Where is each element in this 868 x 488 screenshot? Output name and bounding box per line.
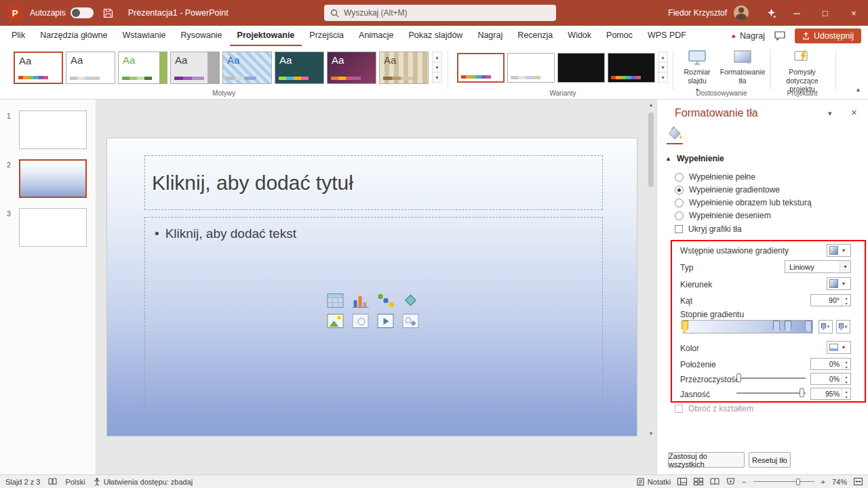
format-background-button[interactable]: Formatowanie tła [720,49,765,85]
scrollbar-thumb[interactable] [648,113,654,187]
reading-view-icon[interactable] [710,478,719,485]
theme-thumbnail-2[interactable]: Aa [66,52,115,84]
preset-gradients-dropdown[interactable]: ▾ [827,244,851,257]
tab-plik[interactable]: Plik [4,26,33,46]
fill-option-pattern[interactable]: Wypełnienie deseniem [675,211,771,220]
variants-scroll-down-icon[interactable]: ▾ [658,62,668,73]
transparency-slider[interactable] [736,373,806,382]
tab-projektowanie[interactable]: Projektowanie [230,26,302,46]
slide-thumbnail-1[interactable] [19,110,87,149]
insert-3d-model-icon[interactable] [403,293,419,308]
gradient-type-dropdown[interactable]: Liniowy ▾ [785,260,851,273]
title-placeholder[interactable]: Kliknij, aby dodać tytuł [144,155,603,210]
fill-option-solid[interactable]: Wypełnienie pełne [675,172,755,182]
add-gradient-stop-button[interactable]: + [818,320,833,333]
angle-spinner[interactable]: 90° ▴ ▾ [810,294,851,306]
brightness-slider[interactable] [736,388,806,397]
spin-down-icon[interactable]: ▾ [842,364,850,369]
theme-thumbnail-4[interactable]: Aa [170,52,220,84]
reset-background-button[interactable]: Resetuj tło [749,452,791,468]
pane-chevron-icon[interactable]: ▾ [828,109,832,118]
insert-smartart-icon[interactable] [378,293,394,308]
zoom-in-button[interactable]: + [821,478,825,486]
minimize-button[interactable]: ─ [783,0,811,26]
themes-more-icon[interactable]: ▾ [432,72,442,83]
zoom-slider[interactable] [753,478,814,486]
spin-up-icon[interactable]: ▴ [842,295,850,300]
slide-sorter-view-icon[interactable] [694,478,703,485]
comments-icon[interactable] [774,31,785,41]
tab-pokaz-slajdow[interactable]: Pokaz slajdów [401,26,470,46]
variant-thumbnail-4[interactable] [608,53,655,83]
share-button[interactable]: Udostępnij [795,28,861,43]
slider-handle[interactable] [736,373,741,382]
gradient-stop[interactable] [773,321,780,333]
zoom-level[interactable]: 74% [832,478,847,486]
spin-down-icon[interactable]: ▾ [842,394,850,399]
gradient-stop[interactable] [682,321,688,333]
scroll-down-icon[interactable]: ▾ [646,430,656,436]
fill-section-header[interactable]: ▲ Wypełnienie [665,154,724,163]
theme-thumbnail-8[interactable]: Aa [379,52,429,84]
slide-size-button[interactable]: Rozmiar slajdu ▾ [677,49,717,94]
autosave-toggle[interactable] [71,7,94,18]
theme-thumbnail-3[interactable]: Aa [118,52,167,84]
variant-thumbnail-3[interactable] [557,53,605,83]
slider-handle[interactable] [800,388,804,397]
spin-down-icon[interactable]: ▾ [842,300,850,306]
search-box[interactable] [324,5,556,21]
design-ideas-button[interactable]: Pomysły dotyczące projektu [773,49,831,94]
accessibility-status[interactable]: Ułatwienia dostępu: zbadaj [94,478,193,486]
gradient-stop[interactable] [785,321,791,333]
tab-narzedzia-glowne[interactable]: Narzędzia główne [33,26,115,46]
radio-icon[interactable] [675,173,684,182]
variants-more-icon[interactable]: ▾ [658,72,668,83]
spin-down-icon[interactable]: ▾ [842,379,850,384]
themes-scroll-down-icon[interactable]: ▾ [432,62,442,73]
maximize-button[interactable]: □ [811,0,840,26]
save-icon[interactable] [103,8,113,18]
theme-thumbnail-office[interactable]: Aa [14,52,63,84]
theme-thumbnail-5[interactable]: Aa [222,52,272,84]
fill-bucket-icon[interactable] [667,125,683,144]
user-name[interactable]: Fiedor Krzysztof [668,8,727,18]
gradient-stop[interactable] [805,321,812,333]
whats-new-icon[interactable] [760,0,783,26]
theme-thumbnail-6[interactable]: Aa [275,52,324,84]
tab-wps-pdf[interactable]: WPS PDF [640,26,694,46]
fit-to-window-icon[interactable] [854,478,863,485]
insert-table-icon[interactable] [328,293,344,308]
insert-icon-icon[interactable] [403,314,419,328]
gradient-stops-bar[interactable] [683,320,813,333]
tab-recenzja[interactable]: Recenzja [510,26,560,46]
tab-nagraj[interactable]: Nagraj [470,26,510,46]
variant-thumbnail-1[interactable] [457,53,505,83]
apply-to-all-button[interactable]: Zastosuj do wszystkich [668,452,745,468]
radio-icon[interactable] [675,211,684,220]
position-spinner[interactable]: 0% ▴ ▾ [810,358,851,370]
remove-gradient-stop-button[interactable]: × [836,320,850,333]
slide-thumbnail-3[interactable] [19,208,87,247]
slide-thumbnail-2[interactable] [19,159,87,198]
body-placeholder[interactable]: • Kliknij, aby dodać tekst [144,217,603,407]
insert-picture-icon[interactable] [328,314,344,328]
tab-przejscia[interactable]: Przejścia [302,26,351,46]
checkbox-icon[interactable] [675,225,683,233]
tab-animacje[interactable]: Animacje [351,26,401,46]
scroll-up-icon[interactable]: ▴ [646,102,656,108]
zoom-handle[interactable] [796,479,800,485]
stop-color-dropdown[interactable]: ▾ [827,341,851,354]
spellcheck-icon[interactable] [48,478,57,485]
slide-canvas[interactable]: Kliknij, aby dodać tytuł • Kliknij, aby … [106,138,637,436]
search-input[interactable] [344,8,550,18]
theme-thumbnail-7[interactable]: Aa [327,52,376,84]
themes-scroll-up-icon[interactable]: ▴ [432,52,442,62]
rotate-with-shape-checkbox[interactable]: Obróć z kształtem [675,404,753,413]
spin-up-icon[interactable]: ▴ [842,388,850,394]
hide-background-checkbox[interactable]: Ukryj grafiki tła [675,224,742,234]
record-button[interactable]: ● Nagraj [731,31,764,41]
fill-option-picture[interactable]: Wypełnienie obrazem lub teksturą [675,198,812,207]
insert-video-icon[interactable] [378,314,394,328]
tab-wstawianie[interactable]: Wstawianie [115,26,174,46]
language-indicator[interactable]: Polski [65,478,85,486]
